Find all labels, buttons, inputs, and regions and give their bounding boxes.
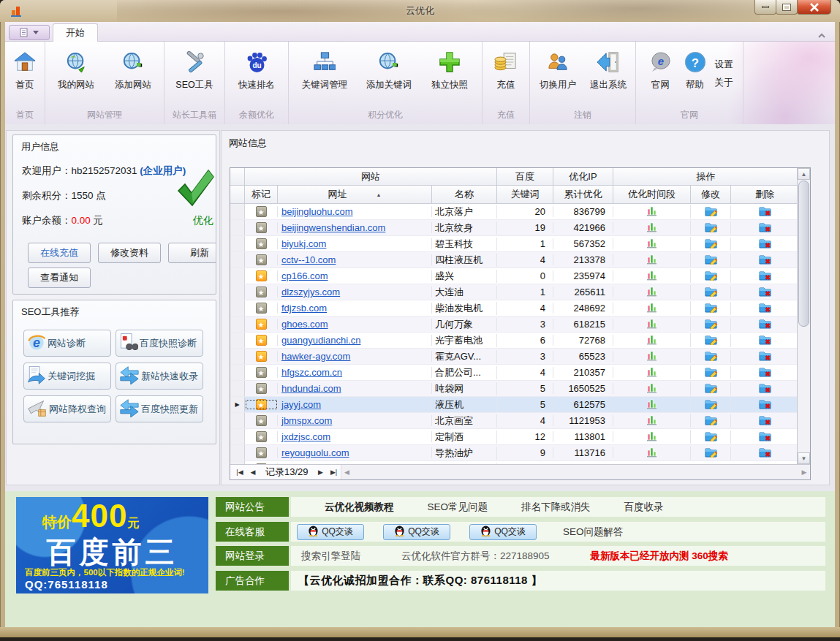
qq-chat-button[interactable]: QQ交谈	[383, 524, 450, 540]
site-url-cell[interactable]: dlzszyjys.com	[278, 287, 432, 297]
site-url-link[interactable]: beijingwenshendian.com	[281, 222, 385, 233]
table-row[interactable]: ★jbmspx.com北京画室41121953	[230, 413, 810, 429]
delete-folder-icon[interactable]	[759, 398, 771, 411]
optimize-period-cell[interactable]	[613, 205, 691, 219]
maximize-button[interactable]	[776, 0, 798, 15]
site-url-cell[interactable]: guangyudianchi.cn	[278, 335, 432, 346]
delete-cell[interactable]	[731, 431, 798, 444]
seo-tool-button-百度快照更新[interactable]: 百度快照更新	[116, 395, 203, 422]
delete-cell[interactable]	[731, 302, 798, 315]
delete-folder-icon[interactable]	[759, 270, 771, 283]
star-marked-icon[interactable]: ★	[256, 399, 267, 410]
group-header-site[interactable]: 网站	[245, 168, 497, 186]
delete-cell[interactable]	[731, 318, 798, 331]
star-cell[interactable]: ★	[245, 383, 278, 394]
delete-folder-icon[interactable]	[759, 205, 771, 219]
site-url-link[interactable]: biyukj.com	[281, 238, 326, 249]
site-url-cell[interactable]: beijingwenshendian.com	[278, 222, 432, 233]
star-cell[interactable]: ★	[245, 238, 278, 249]
site-url-link[interactable]: beijingluohu.com	[281, 206, 353, 217]
site-url-cell[interactable]: jxdzjsc.com	[278, 431, 432, 442]
delete-cell[interactable]	[731, 414, 798, 428]
table-row[interactable]: ★biyukj.com碧玉科技1567352	[230, 236, 810, 252]
delete-cell[interactable]	[731, 205, 798, 219]
table-row[interactable]: ★dlzszyjys.com大连油1265611	[230, 284, 810, 300]
star-cell[interactable]: ★	[245, 206, 278, 217]
col-header-edit[interactable]: 修改	[691, 186, 731, 204]
delete-cell[interactable]	[731, 447, 798, 460]
optimize-period-cell[interactable]	[613, 285, 691, 299]
site-url-link[interactable]: jayyj.com	[281, 399, 321, 410]
table-row[interactable]: ★hawker-agv.com霍克AGV...365523	[230, 349, 810, 365]
ribbon-small-button-设置[interactable]: 设置	[715, 58, 733, 71]
bar-chart-icon[interactable]	[646, 237, 658, 251]
edit-profile-button[interactable]: 修改资料	[98, 243, 161, 263]
site-url-cell[interactable]: fdjzsb.com	[278, 303, 432, 314]
edit-folder-icon[interactable]	[705, 431, 717, 444]
close-button[interactable]	[797, 0, 831, 15]
refresh-button[interactable]: 刷新	[168, 243, 216, 263]
edit-folder-icon[interactable]	[705, 447, 717, 460]
optimize-period-cell[interactable]	[613, 349, 691, 363]
edit-cell[interactable]	[691, 447, 731, 460]
group-header-actions[interactable]: 操作	[613, 168, 798, 186]
qq-chat-button[interactable]: QQ交谈	[469, 524, 537, 540]
site-url-link[interactable]: ghoes.com	[281, 319, 328, 330]
star-unmarked-icon[interactable]: ★	[256, 367, 267, 378]
site-url-link[interactable]: hfgszc.com.cn	[281, 367, 342, 378]
table-row[interactable]: ★cp166.com盛兴0235974	[230, 268, 810, 284]
edit-cell[interactable]	[691, 221, 731, 235]
star-cell[interactable]: ★	[245, 287, 278, 297]
delete-folder-icon[interactable]	[759, 221, 771, 235]
bar-chart-icon[interactable]	[646, 205, 658, 219]
group-header-ip[interactable]: 优化IP	[553, 168, 613, 186]
edit-cell[interactable]	[691, 318, 731, 331]
edit-folder-icon[interactable]	[705, 302, 717, 315]
edit-cell[interactable]	[691, 270, 731, 283]
edit-cell[interactable]	[691, 431, 731, 444]
site-url-link[interactable]: hndundai.com	[281, 383, 341, 394]
scroll-right-icon[interactable]: ▶	[798, 469, 810, 476]
ribbon-button-关键词管理[interactable]: 关键词管理	[292, 44, 357, 104]
optimize-period-cell[interactable]	[613, 446, 691, 460]
delete-folder-icon[interactable]	[759, 286, 771, 299]
announcement-link[interactable]: SEO常见问题	[428, 501, 488, 514]
bar-chart-icon[interactable]	[646, 253, 658, 267]
star-unmarked-icon[interactable]: ★	[256, 287, 267, 297]
col-header-total[interactable]: 累计优化	[553, 186, 613, 204]
col-header-keywords[interactable]: 关键词	[497, 186, 553, 204]
star-marked-icon[interactable]: ★	[256, 351, 267, 362]
edit-cell[interactable]	[691, 238, 731, 251]
edit-folder-icon[interactable]	[705, 366, 717, 379]
table-row[interactable]: ★ghoes.com几何万象3618215	[230, 316, 810, 333]
view-notice-button[interactable]: 查看通知	[28, 268, 91, 288]
ribbon-button-独立快照[interactable]: 独立快照	[421, 44, 478, 104]
star-unmarked-icon[interactable]: ★	[256, 415, 267, 426]
table-row[interactable]: ★cctv--10.com四柱液压机4213378	[230, 252, 810, 268]
edit-cell[interactable]	[691, 398, 731, 411]
table-row[interactable]: ▶★jayyj.com液压机5612575	[230, 397, 810, 413]
star-cell[interactable]: ★	[245, 319, 278, 330]
star-marked-icon[interactable]: ★	[256, 319, 267, 330]
bar-chart-icon[interactable]	[646, 446, 658, 460]
table-row[interactable]: ★beijingluohu.com北京落户20836799	[230, 204, 810, 220]
site-url-link[interactable]: guangyudianchi.cn	[281, 335, 360, 346]
delete-cell[interactable]	[731, 398, 798, 411]
bar-chart-icon[interactable]	[646, 221, 658, 235]
edit-folder-icon[interactable]	[705, 398, 717, 411]
first-page-button[interactable]: |◀	[233, 469, 246, 476]
star-cell[interactable]: ★	[245, 351, 278, 362]
star-cell[interactable]: ★	[245, 447, 278, 458]
bar-chart-icon[interactable]	[646, 349, 658, 363]
qq-chat-button[interactable]: QQ交谈	[297, 524, 364, 540]
site-url-cell[interactable]: jbmspx.com	[278, 415, 432, 426]
delete-cell[interactable]	[731, 350, 798, 363]
scrollbar-thumb[interactable]	[798, 181, 809, 327]
edit-folder-icon[interactable]	[705, 238, 717, 251]
optimize-period-cell[interactable]	[613, 269, 691, 283]
ribbon-small-button-关于[interactable]: 关于	[715, 77, 733, 89]
delete-cell[interactable]	[731, 238, 798, 251]
site-url-cell[interactable]: hndundai.com	[278, 383, 432, 394]
delete-folder-icon[interactable]	[759, 318, 771, 331]
optimize-period-cell[interactable]	[613, 333, 691, 347]
